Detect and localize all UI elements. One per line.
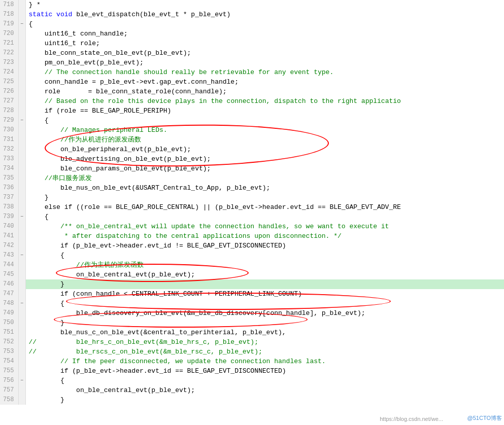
fold-icon: [18, 308, 25, 318]
code-line: // ble_rscs_c_on_ble_evt(&m_ble_rsc_c, p…: [25, 347, 504, 357]
code-segment: if (conn_handle < CENTRAL_LINK_COUNT + P…: [29, 290, 302, 298]
fold-icon: [18, 202, 25, 212]
code-line: // Manages peripheral LEDs.: [25, 125, 504, 135]
fold-icon: [18, 67, 25, 77]
line-number: 744: [0, 260, 18, 270]
fold-icon: [18, 29, 25, 39]
fold-icon[interactable]: −: [18, 212, 25, 222]
code-line: {: [25, 116, 504, 125]
fold-icon: [18, 289, 25, 299]
code-segment: {: [29, 20, 33, 28]
code-segment: // Manages peripheral LEDs.: [29, 126, 167, 134]
line-number: 736: [0, 183, 18, 193]
table-row: 729− {: [0, 116, 504, 125]
line-number: 720: [0, 29, 18, 39]
code-segment: role = ble_conn_state_role(conn_handle);: [29, 88, 227, 95]
code-line: {: [25, 19, 504, 29]
fold-icon: [18, 347, 25, 357]
code-line: ble_nus_on_ble_evt(&USART_Central_to_App…: [25, 183, 504, 193]
code-line: if (p_ble_evt->header.evt_id == BLE_GAP_…: [25, 366, 504, 376]
code-segment: if (p_ble_evt->header.evt_id != BLE_GAP_…: [29, 242, 286, 250]
fold-icon: [18, 231, 25, 241]
line-number: 752: [0, 337, 18, 347]
code-segment: on_ble_central_evt(p_ble_evt);: [29, 386, 195, 394]
fold-icon: [18, 48, 25, 58]
code-line: {: [25, 376, 504, 385]
code-segment: // Based on the role: [29, 97, 128, 105]
fold-icon: [18, 337, 25, 347]
code-segment: // If the peer disconnected, we update t…: [29, 358, 326, 365]
table-row: 725 conn_handle = p_ble_evt->evt.gap_evt…: [0, 77, 504, 87]
code-segment: // ble_hrs_c_on_ble_evt(&m_ble_hrs_c, p_…: [29, 338, 258, 346]
fold-icon[interactable]: −: [18, 251, 25, 260]
code-segment: } *: [29, 1, 41, 9]
line-number: 734: [0, 164, 18, 173]
code-segment: {: [29, 213, 49, 221]
code-line: //串口服务派发: [25, 173, 504, 183]
code-line: //作为从机进行的派发函数: [25, 135, 504, 145]
code-segment: /** on_ble_central_evt will update the c…: [29, 223, 389, 230]
code-segment: ble_nus_on_ble_evt(&USART_Central_to_App…: [29, 184, 271, 192]
watermark-left: https://blog.csdn.net/we...: [380, 416, 443, 422]
code-line: uint16_t conn_handle;: [25, 29, 504, 39]
code-segment: //作为从机进行的派发函数: [29, 136, 141, 144]
fold-icon: [18, 222, 25, 231]
line-number: 730: [0, 125, 18, 135]
table-row: 753 // ble_rscs_c_on_ble_evt(&m_ble_rsc_…: [0, 347, 504, 357]
table-row: 736 ble_nus_on_ble_evt(&USART_Central_to…: [0, 183, 504, 193]
code-segment: ble_advertising_on_ble_evt(p_ble_evt);: [29, 155, 211, 163]
line-number: 739: [0, 212, 18, 222]
code-line: } *: [25, 0, 504, 10]
line-number: 726: [0, 87, 18, 96]
code-segment: on_ble_peripheral_evt(p_ble_evt);: [29, 146, 191, 153]
code-line: }: [25, 193, 504, 202]
table-row: 718 static void ble_evt_dispatch(ble_evt…: [0, 10, 504, 19]
table-row: 740 /** on_ble_central_evt will update t…: [0, 222, 504, 231]
table-row: 751 ble_nus_c_on_ble_evt(&central_to_per…: [0, 328, 504, 337]
fold-icon: [18, 241, 25, 251]
code-line: on_ble_central_evt(p_ble_evt);: [25, 385, 504, 395]
fold-icon: [18, 279, 25, 289]
fold-icon: [18, 193, 25, 202]
code-line: if (p_ble_evt->header.evt_id != BLE_GAP_…: [25, 241, 504, 251]
table-row: 718 } *: [0, 0, 504, 10]
table-row: 720 uint16_t conn_handle;: [0, 29, 504, 39]
code-line: ble_conn_state_on_ble_evt(p_ble_evt);: [25, 48, 504, 58]
fold-icon[interactable]: −: [18, 299, 25, 308]
fold-icon[interactable]: −: [18, 376, 25, 385]
fold-icon[interactable]: −: [18, 116, 25, 125]
table-row: 741 * after dispatching to the central a…: [0, 231, 504, 241]
line-number: 719: [0, 19, 18, 29]
code-line: ble_db_discovery_on_ble_evt(&m_ble_db_di…: [25, 308, 504, 318]
line-number: 723: [0, 58, 18, 67]
line-number: 729: [0, 116, 18, 125]
code-line: {: [25, 251, 504, 260]
fold-icon[interactable]: −: [18, 19, 25, 29]
fold-icon: [18, 318, 25, 328]
code-line: pm_on_ble_evt(p_ble_evt);: [25, 58, 504, 67]
code-table: 718 } *718 static void ble_evt_dispatch(…: [0, 0, 504, 405]
line-number: 755: [0, 366, 18, 376]
code-line: // The connection handle should really b…: [25, 67, 504, 77]
code-line: * after dispatching to the central appli…: [25, 231, 504, 241]
table-row: 727 // Based on the role this device pla…: [0, 96, 504, 106]
line-number: 746: [0, 279, 18, 289]
line-number: 722: [0, 48, 18, 58]
line-number: 747: [0, 289, 18, 299]
table-row: 724 // The connection handle should real…: [0, 67, 504, 77]
table-row: 738 else if ((role == BLE_GAP_ROLE_CENTR…: [0, 202, 504, 212]
line-number: 749: [0, 308, 18, 318]
code-line: uint16_t role;: [25, 39, 504, 48]
table-row: 734 ble_conn_params_on_ble_evt(p_ble_evt…: [0, 164, 504, 173]
fold-icon: [18, 96, 25, 106]
code-segment: static: [29, 11, 57, 18]
code-segment: on_ble_central_evt(p_ble_evt);: [29, 271, 195, 278]
line-number: 731: [0, 135, 18, 145]
fold-icon: [18, 154, 25, 164]
table-row: 730 // Manages peripheral LEDs.: [0, 125, 504, 135]
code-segment: ble_db_discovery_on_ble_evt(&m_ble_db_di…: [29, 309, 365, 317]
code-line: //作为主机的派发函数: [25, 260, 504, 270]
code-line: }: [25, 395, 504, 405]
table-row: 743− {: [0, 251, 504, 260]
fold-icon: [18, 125, 25, 135]
